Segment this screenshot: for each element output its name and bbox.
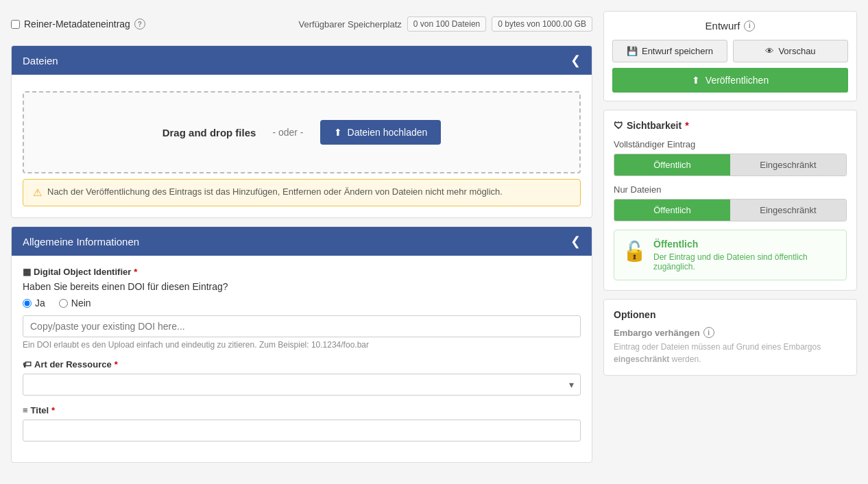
- embargo-description: Eintrag oder Dateien müssen auf Grund ei…: [614, 341, 847, 365]
- embargo-title-text: Embargo verhängen: [614, 328, 700, 338]
- allgemeine-chevron-icon: ❮: [570, 234, 581, 249]
- dateien-chevron-icon: ❮: [570, 53, 581, 68]
- draft-actions: 💾 Entwurf speichern 👁 Vorschau: [612, 40, 848, 62]
- files-restricted-btn[interactable]: Eingeschränkt: [730, 199, 846, 221]
- public-info-box: 🔓 Öffentlich Der Eintrag und die Dateien…: [614, 230, 847, 280]
- top-bar: Reiner-Metadateneintrag ? Verfügbarer Sp…: [11, 11, 592, 37]
- public-info-title: Öffentlich: [653, 239, 838, 250]
- doi-question-text: Haben Sie bereits einen DOI für diesen E…: [23, 281, 581, 292]
- resource-tag-icon: 🏷: [23, 359, 32, 370]
- doi-barcode-icon: ▦: [23, 267, 31, 277]
- full-entry-toggle: Öffentlich Eingeschränkt: [614, 154, 847, 176]
- files-toggle: Öffentlich Eingeschränkt: [614, 199, 847, 221]
- titel-list-icon: ≡: [23, 405, 28, 415]
- allgemeine-title: Allgemeine Informationen: [23, 236, 139, 247]
- publish-icon: ⬆: [692, 75, 700, 86]
- resource-type-required-star: *: [114, 359, 118, 370]
- dropzone-text: Drag and drop files: [162, 127, 256, 138]
- only-files-label: Nur Dateien: [614, 184, 847, 195]
- storage-label: Verfügbarer Speicherplatz: [299, 19, 402, 29]
- doi-hint: Ein DOI erlaubt es den Upload einfach un…: [23, 340, 581, 350]
- draft-header: Entwurf i: [612, 20, 848, 32]
- options-panel: Optionen Embargo verhängen i Eintrag ode…: [603, 299, 857, 376]
- metadata-help-icon[interactable]: ?: [134, 19, 145, 29]
- embargo-bold-text: eingeschränkt: [614, 354, 669, 364]
- dateien-panel-header[interactable]: Dateien ❮: [12, 46, 592, 75]
- storage-info: Verfügbarer Speicherplatz 0 von 100 Date…: [299, 16, 592, 32]
- full-entry-restricted-btn[interactable]: Eingeschränkt: [730, 154, 846, 176]
- doi-ja-radio[interactable]: [23, 299, 32, 308]
- upload-icon: ⬆: [334, 127, 342, 138]
- doi-ja-text: Ja: [35, 298, 45, 308]
- dateien-panel: Dateien ❮ Drag and drop files - oder - ⬆…: [11, 45, 592, 218]
- visibility-title-text: Sichtbarkeit: [627, 120, 682, 131]
- save-draft-button[interactable]: 💾 Entwurf speichern: [612, 40, 727, 62]
- resource-type-field-group: 🏷 Art der Ressource *: [23, 359, 581, 396]
- doi-label-text: Digital Object Identifier: [34, 267, 131, 277]
- doi-field-group: ▦ Digital Object Identifier * Haben Sie …: [23, 267, 581, 350]
- visibility-panel: 🛡 Sichtbarkeit * Vollständiger Eintrag Ö…: [603, 110, 857, 291]
- resource-type-label-text: Art der Ressource: [34, 359, 112, 370]
- embargo-text-1: Eintrag oder Dateien müssen auf Grund ei…: [614, 342, 821, 352]
- doi-label: ▦ Digital Object Identifier *: [23, 267, 581, 277]
- doi-nein-text: Nein: [71, 298, 91, 308]
- allgemeine-panel-header[interactable]: Allgemeine Informationen ❮: [12, 227, 592, 256]
- embargo-title: Embargo verhängen i: [614, 327, 847, 338]
- publish-button[interactable]: ⬆ Veröffentlichen: [612, 68, 848, 93]
- save-icon: 💾: [627, 46, 638, 56]
- options-title: Optionen: [614, 309, 847, 320]
- draft-title: Entwurf: [706, 20, 740, 32]
- warning-box: ⚠ Nach der Veröffentlichung des Eintrags…: [23, 179, 581, 206]
- preview-icon: 👁: [765, 46, 774, 56]
- dropzone-or: - oder -: [272, 127, 303, 138]
- files-count-badge: 0 von 100 Dateien: [407, 16, 486, 32]
- metadata-checkbox[interactable]: [11, 20, 20, 29]
- embargo-text-2: werden.: [669, 354, 701, 364]
- titel-field-group: ≡ Titel *: [23, 405, 581, 441]
- doi-nein-label[interactable]: Nein: [59, 298, 91, 308]
- allgemeine-panel-body: ▦ Digital Object Identifier * Haben Sie …: [12, 256, 592, 462]
- upload-button[interactable]: ⬆ Dateien hochladen: [320, 120, 442, 145]
- doi-ja-label[interactable]: Ja: [23, 298, 45, 308]
- preview-button[interactable]: 👁 Vorschau: [733, 40, 848, 62]
- save-draft-label: Entwurf speichern: [642, 46, 713, 56]
- public-info-description: Der Eintrag und die Dateien sind öffentl…: [653, 252, 838, 271]
- full-entry-public-btn[interactable]: Öffentlich: [614, 154, 730, 176]
- titel-label: ≡ Titel *: [23, 405, 581, 415]
- publish-label: Veröffentlichen: [706, 75, 769, 86]
- embargo-info-icon[interactable]: i: [703, 327, 714, 338]
- titel-input[interactable]: [23, 420, 581, 441]
- visibility-title: 🛡 Sichtbarkeit *: [614, 120, 847, 131]
- metadata-checkbox-text: Reiner-Metadateneintrag: [24, 19, 130, 29]
- resource-type-select[interactable]: [23, 374, 581, 396]
- dateien-title: Dateien: [23, 55, 58, 66]
- doi-input[interactable]: [23, 315, 581, 337]
- metadata-checkbox-label[interactable]: Reiner-Metadateneintrag ?: [11, 19, 145, 29]
- upload-button-label: Dateien hochladen: [348, 127, 428, 138]
- dateien-panel-body: Drag and drop files - oder - ⬆ Dateien h…: [12, 75, 592, 217]
- doi-nein-radio[interactable]: [59, 299, 68, 308]
- warning-icon: ⚠: [33, 186, 42, 199]
- visibility-required-star: *: [685, 120, 688, 131]
- draft-panel: Entwurf i 💾 Entwurf speichern 👁 Vorschau…: [603, 11, 857, 101]
- shield-icon: 🛡: [614, 120, 623, 131]
- dropzone[interactable]: Drag and drop files - oder - ⬆ Dateien h…: [23, 91, 581, 173]
- public-info-content: Öffentlich Der Eintrag und die Dateien s…: [653, 239, 838, 271]
- preview-label: Vorschau: [778, 46, 815, 56]
- doi-required-star: *: [134, 267, 137, 277]
- doi-radio-group: Ja Nein: [23, 298, 581, 308]
- titel-required-star: *: [51, 405, 55, 415]
- warning-text: Nach der Veröffentlichung des Eintrags i…: [47, 186, 503, 197]
- resource-type-select-wrapper[interactable]: [23, 374, 581, 396]
- allgemeine-panel: Allgemeine Informationen ❮ ▦ Digital Obj…: [11, 226, 592, 463]
- full-entry-label: Vollständiger Eintrag: [614, 139, 847, 149]
- draft-info-icon[interactable]: i: [744, 21, 755, 32]
- bytes-badge: 0 bytes von 1000.00 GB: [492, 16, 592, 32]
- titel-label-text: Titel: [31, 405, 49, 415]
- files-public-btn[interactable]: Öffentlich: [614, 199, 730, 221]
- unlock-icon: 🔓: [623, 240, 647, 263]
- resource-type-label: 🏷 Art der Ressource *: [23, 359, 581, 370]
